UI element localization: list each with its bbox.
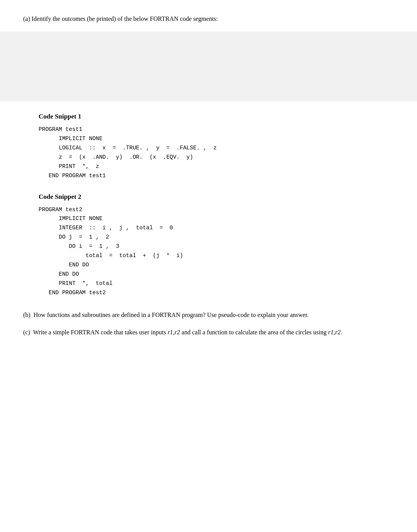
part-b-section: (b) How functions and subroutines are de…	[23, 310, 394, 320]
part-a-label: (a) Identify the outcomes (be printed) o…	[23, 15, 394, 22]
part-c-text: Write a simple FORTRAN code that takes u…	[33, 327, 342, 337]
part-c-section: (c) Write a simple FORTRAN code that tak…	[23, 327, 394, 337]
part-c-r2-2: r2	[335, 329, 341, 335]
part-c-text-end: .	[341, 329, 342, 335]
part-c-text-before: Write a simple FORTRAN code that takes u…	[33, 329, 168, 335]
snippet2-code: PROGRAM test2 IMPLICIT NONE INTEGER :: i…	[39, 205, 394, 298]
snippet1-title: Code Snippet 1	[39, 113, 394, 120]
part-c-r2-1: r2	[175, 329, 180, 335]
gray-divider-area	[0, 32, 417, 101]
part-b-label: (b)	[23, 310, 31, 320]
part-b-text: How functions and subroutines are define…	[34, 310, 309, 320]
snippet1-section: Code Snippet 1 PROGRAM test1 IMPLICIT NO…	[39, 113, 394, 181]
snippet2-title: Code Snippet 2	[39, 193, 394, 201]
part-b-inline: (b) How functions and subroutines are de…	[23, 310, 394, 320]
snippet1-code: PROGRAM test1 IMPLICIT NONE LOGICAL :: x…	[39, 125, 394, 181]
code-area: Code Snippet 1 PROGRAM test1 IMPLICIT NO…	[23, 113, 394, 298]
part-a-section: (a) Identify the outcomes (be printed) o…	[23, 15, 394, 22]
part-c-r1: r1	[168, 329, 173, 335]
part-c-inline: (c) Write a simple FORTRAN code that tak…	[23, 327, 394, 337]
snippet2-section: Code Snippet 2 PROGRAM test2 IMPLICIT NO…	[39, 193, 394, 298]
part-c-text-mid: and call a function to calculate the are…	[180, 329, 328, 335]
part-c-label: (c)	[23, 327, 30, 337]
part-c-r1-2: r1	[328, 329, 334, 335]
